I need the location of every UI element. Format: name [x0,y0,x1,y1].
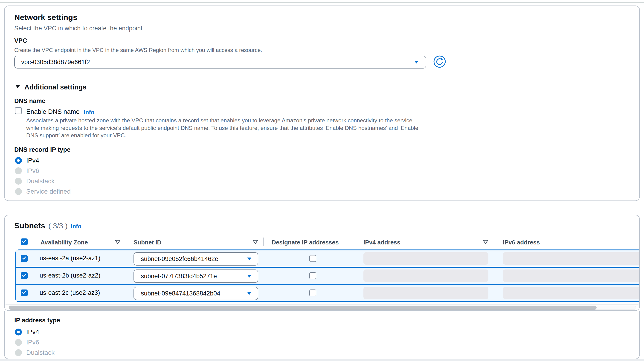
bottom-page-edge [0,360,644,361]
vpc-description: Create the VPC endpoint in the VPC in th… [14,47,262,53]
column-header-subnet-id: Subnet ID [134,239,161,246]
row-checkbox[interactable] [21,290,28,296]
radio-disabled-icon [15,178,22,185]
ip-type-radio-ipv4[interactable]: IPv4 [15,328,39,336]
table-row[interactable]: us-east-2b (use2-az2) subnet-077f7383fd4… [16,268,640,284]
ipv6-address-input [503,287,640,299]
horizontal-scrollbar-thumb[interactable] [9,306,596,310]
dns-ip-radio-service-defined: Service defined [15,188,71,195]
subnet-id-select[interactable]: subnet-09e052fc66b41462e [134,252,258,266]
top-section-divider [0,2,644,3]
vpc-select-value: vpc-0305d38d879e661f2 [21,59,90,66]
dns-name-label: DNS name [14,97,45,105]
subnet-id-select[interactable]: subnet-09e84741368842b04 [134,287,258,300]
enable-dns-checkbox[interactable] [15,107,22,114]
radio-disabled-icon [15,349,22,356]
ip-address-type-label: IP address type [14,317,60,324]
card-divider [4,77,640,77]
designate-ip-checkbox[interactable] [309,272,316,279]
column-separator [126,238,126,246]
page: Network settings Select the VPC in which… [0,0,644,361]
filter-icon[interactable] [114,240,121,245]
designate-ip-checkbox[interactable] [309,255,316,262]
ipv6-address-input [503,252,640,265]
ipv4-address-input [364,270,488,282]
ipv4-address-input [364,287,488,299]
caret-down-icon [247,292,252,295]
collapse-triangle-icon [15,85,20,89]
column-header-availability-zone: Availability Zone [40,239,88,246]
column-separator [355,238,355,246]
subnet-id-select-value: subnet-09e052fc66b41462e [141,256,218,263]
enable-dns-checkbox-label: Enable DNS name [26,108,80,115]
column-header-designate-ip: Designate IP addresses [272,239,338,246]
radio-disabled-icon [15,167,22,174]
subnet-id-select-value: subnet-077f7383fd4b5271e [141,273,217,280]
subnet-id-select[interactable]: subnet-077f7383fd4b5271e [134,270,258,283]
column-header-ipv6-address: IPv6 address [503,239,540,246]
ip-address-type-card: IP address type IPv4 IPv6 Dualstack [4,311,640,359]
table-row[interactable]: us-east-2a (use2-az1) subnet-09e052fc66b… [16,250,640,267]
subnets-card: Subnets ( 3/3 ) Info Availability Zone S… [4,215,640,311]
filter-icon[interactable] [482,240,489,245]
subnet-rows-group: us-east-2a (use2-az1) subnet-09e052fc66b… [15,250,640,302]
subnets-counter: ( 3/3 ) [48,222,68,230]
check-icon [22,239,27,245]
network-settings-subtitle: Select the VPC in which to create the en… [14,25,142,32]
enable-dns-info-link[interactable]: Info [84,109,94,116]
check-icon [22,290,27,296]
ip-type-radio-ipv6: IPv6 [15,339,39,346]
caret-down-icon [247,275,252,278]
subnets-title-row: Subnets ( 3/3 ) Info [14,221,82,230]
subnets-info-link[interactable]: Info [71,223,82,230]
enable-dns-description: Associates a private hosted zone with th… [26,117,466,139]
ipv6-address-input [503,270,640,282]
check-icon [22,256,27,261]
dns-ip-radio-ipv6: IPv6 [15,167,39,175]
column-separator [263,238,264,246]
caret-down-icon [414,60,419,64]
select-all-checkbox[interactable] [21,238,28,245]
subnets-title: Subnets [14,221,45,230]
ipv4-address-input [364,252,488,265]
row-checkbox[interactable] [21,255,28,262]
radio-disabled-icon [15,339,22,346]
refresh-icon [433,65,446,69]
availability-zone-cell: us-east-2a (use2-az1) [40,255,100,262]
vpc-label: VPC [14,37,27,44]
designate-ip-checkbox[interactable] [309,290,316,296]
availability-zone-cell: us-east-2b (use2-az2) [40,272,100,279]
network-settings-title: Network settings [14,13,77,22]
refresh-button[interactable] [433,55,446,68]
dns-ip-radio-dualstack: Dualstack [15,178,54,185]
table-row[interactable]: us-east-2c (use2-az3) subnet-09e84741368… [16,285,640,301]
ip-type-radio-dualstack: Dualstack [15,349,54,357]
column-separator [494,238,494,246]
row-checkbox[interactable] [21,272,28,279]
caret-down-icon [247,257,252,261]
scroll-area-divider [6,305,638,305]
check-icon [22,273,27,279]
network-settings-card: Network settings Select the VPC in which… [4,5,640,201]
column-separator [33,238,33,246]
subnet-id-select-value: subnet-09e84741368842b04 [141,290,220,297]
dns-record-ip-type-label: DNS record IP type [14,146,70,153]
availability-zone-cell: us-east-2c (use2-az3) [40,289,100,296]
column-header-ipv4-address: IPv4 address [364,239,400,246]
additional-settings-toggle[interactable]: Additional settings [15,83,86,91]
dns-ip-radio-ipv4[interactable]: IPv4 [15,157,39,164]
radio-selected-icon[interactable] [15,329,22,336]
radio-disabled-icon [15,188,22,195]
vpc-select[interactable]: vpc-0305d38d879e661f2 [14,56,426,68]
radio-selected-icon[interactable] [15,157,22,164]
filter-icon[interactable] [252,240,258,245]
additional-settings-label: Additional settings [24,83,86,91]
